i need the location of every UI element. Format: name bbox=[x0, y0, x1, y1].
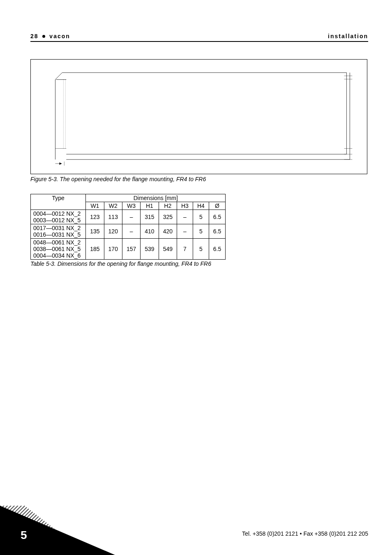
col-w3: W3 bbox=[122, 202, 140, 210]
table-row: 0004—0012 NX_2 0003—0012 NX_5 123 113 – … bbox=[31, 210, 226, 224]
chapter-number: 5 bbox=[21, 529, 27, 542]
cell: – bbox=[177, 210, 193, 224]
figure-5-3 bbox=[30, 59, 367, 174]
col-h2: H2 bbox=[159, 202, 177, 210]
col-diameter: Ø bbox=[209, 202, 225, 210]
col-h4: H4 bbox=[193, 202, 209, 210]
cell: 5 bbox=[193, 239, 209, 260]
page-number: 28 bbox=[30, 33, 39, 39]
cell: 325 bbox=[159, 210, 177, 224]
col-type: Type bbox=[31, 194, 86, 210]
footer-graphic bbox=[0, 506, 115, 555]
svg-line-1 bbox=[55, 73, 62, 80]
footer-contact: Tel. +358 (0)201 2121 • Fax +358 (0)201 … bbox=[242, 530, 368, 537]
col-dimensions: Dimensions [mm] bbox=[86, 194, 226, 202]
table-row: 0017—0031 NX_2 0016—0031 NX_5 135 120 – … bbox=[31, 224, 226, 239]
dimensions-table: Type Dimensions [mm] W1 W2 W3 H1 H2 H3 H… bbox=[30, 194, 226, 260]
cell: – bbox=[122, 210, 140, 224]
cell-type: 0048—0061 NX_2 0038—0061 NX_5 0004—0034 … bbox=[31, 239, 86, 260]
table-caption: Table 5-3. Dimensions for the opening fo… bbox=[30, 260, 368, 267]
cell: 5 bbox=[193, 224, 209, 239]
col-h3: H3 bbox=[177, 202, 193, 210]
cell: 123 bbox=[86, 210, 104, 224]
cell: 6.5 bbox=[209, 210, 225, 224]
cell: 7 bbox=[177, 239, 193, 260]
cell: 539 bbox=[141, 239, 159, 260]
cell: 113 bbox=[104, 210, 122, 224]
cell: 6.5 bbox=[209, 239, 225, 260]
col-w1: W1 bbox=[86, 202, 104, 210]
cell: 6.5 bbox=[209, 224, 225, 239]
cell: 410 bbox=[141, 224, 159, 239]
cell-type: 0017—0031 NX_2 0016—0031 NX_5 bbox=[31, 224, 86, 239]
section-title: installation bbox=[328, 33, 368, 39]
cell: 185 bbox=[86, 239, 104, 260]
cell: 549 bbox=[159, 239, 177, 260]
table-row: 0048—0061 NX_2 0038—0061 NX_5 0004—0034 … bbox=[31, 239, 226, 260]
cell: 135 bbox=[86, 224, 104, 239]
col-h1: H1 bbox=[141, 202, 159, 210]
cell: 157 bbox=[122, 239, 140, 260]
header-left: 28 vacon bbox=[30, 33, 70, 39]
svg-marker-17 bbox=[59, 162, 62, 165]
bullet-icon bbox=[42, 35, 45, 38]
figure-caption: Figure 5-3. The opening needed for the f… bbox=[30, 176, 368, 182]
cell: 315 bbox=[141, 210, 159, 224]
cell: 420 bbox=[159, 224, 177, 239]
cell: 5 bbox=[193, 210, 209, 224]
cell: 170 bbox=[104, 239, 122, 260]
brand-name: vacon bbox=[49, 33, 70, 39]
cell: – bbox=[122, 224, 140, 239]
header-rule bbox=[30, 41, 368, 42]
cell: – bbox=[177, 224, 193, 239]
col-w2: W2 bbox=[104, 202, 122, 210]
page-header: 28 vacon installation bbox=[30, 33, 368, 39]
table-header-row: Type Dimensions [mm] bbox=[31, 194, 226, 202]
cell-type: 0004—0012 NX_2 0003—0012 NX_5 bbox=[31, 210, 86, 224]
flange-diagram bbox=[31, 60, 367, 174]
cell: 120 bbox=[104, 224, 122, 239]
